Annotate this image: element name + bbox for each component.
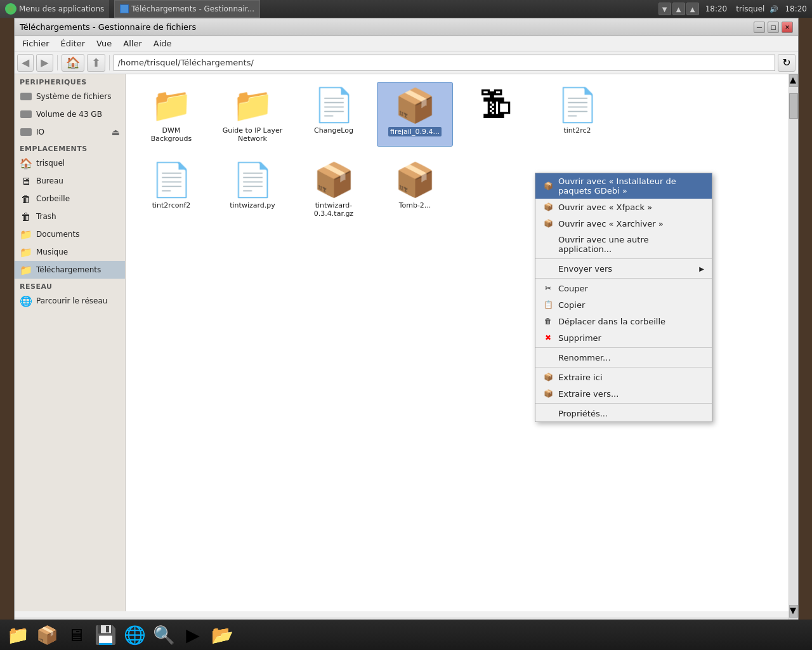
ctx-sep4 (535, 367, 712, 368)
file-item-archive[interactable]: 🗜 (458, 82, 534, 147)
hdd2-icon (20, 110, 32, 118)
ctx-other-icon (543, 239, 553, 249)
dock-folder2-btn[interactable]: 📂 (209, 622, 235, 647)
dock-run-btn[interactable]: ▶ (180, 622, 206, 647)
menu-aller[interactable]: Aller (118, 37, 147, 50)
dock-network-btn[interactable]: 🌐 (122, 622, 147, 647)
sidebar-item-corbeille[interactable]: 🗑 Corbeille (15, 190, 125, 208)
win-minimize-btn[interactable]: — (754, 22, 765, 33)
sidebar-item-io[interactable]: IO ⏏ (15, 123, 125, 141)
ctx-properties-label: Propriétés... (558, 409, 608, 418)
sidebar-item-bureau[interactable]: 🖥 Bureau (15, 172, 125, 190)
ctx-extract-here[interactable]: 📦 Extraire ici (535, 369, 712, 385)
nav-up2-btn[interactable]: ▲ (686, 3, 699, 15)
dock-terminal-btn[interactable]: 🖥 (63, 622, 89, 647)
up-btn[interactable]: 🏠 (62, 54, 84, 72)
fm-title: Téléchargements - Gestionnaire de fichie… (20, 22, 196, 32)
scrollbar-down-btn[interactable]: ▼ (789, 605, 798, 618)
section-header-emplacements: EMPLACEMENTS (15, 141, 125, 154)
ctx-sendto-icon (543, 263, 553, 274)
file-name-tint2rc2: tint2rc2 (564, 126, 591, 135)
ctx-movetrash-label: Déplacer dans la corbeille (558, 317, 665, 326)
file-name-changelog: ChangeLog (314, 126, 353, 135)
window-taskbar-title: Téléchargements - Gestionnair... (131, 4, 254, 13)
menu-fichier[interactable]: Fichier (17, 37, 55, 50)
file-item-tomb[interactable]: 📦 Tomb-2... (377, 157, 453, 222)
folder-icon-dwm: 📁 (151, 86, 192, 124)
window-taskbar-btn[interactable]: Téléchargements - Gestionnair... (114, 0, 260, 18)
ctx-open-xfpack[interactable]: 📦 Ouvrir avec « Xfpack » (535, 199, 712, 215)
fm-scrollbar-right[interactable]: ▲ ▼ (789, 74, 798, 618)
nav-down-btn[interactable]: ▼ (658, 3, 671, 15)
file-manager-window: Téléchargements - Gestionnaire de fichie… (14, 18, 799, 632)
file-item-changelog[interactable]: 📄 ChangeLog (296, 82, 372, 147)
ctx-extracthere-icon: 📦 (543, 372, 553, 382)
file-item-tint2rconf2[interactable]: 📄 tint2rconf2 (133, 157, 209, 222)
ctx-delete[interactable]: ✖ Supprimer (535, 329, 712, 346)
ctx-copy-icon: 📋 (543, 300, 553, 310)
ctx-sep5 (535, 403, 712, 404)
ctx-move-trash[interactable]: 🗑 Déplacer dans la corbeille (535, 313, 712, 329)
ctx-open-gdebi[interactable]: 📦 Ouvrir avec « Installateur de paquets … (535, 173, 712, 199)
file-name-tint2rconf2: tint2rconf2 (152, 201, 191, 209)
file-item-tintwizard-tar[interactable]: 📦 tintwizard-0.3.4.tar.gz (296, 157, 372, 222)
taskbar-top-right: ▼ ▲ ▲ 18:20 trisquel 🔊 18:20 (653, 3, 812, 15)
sidebar-item-musique[interactable]: 📁 Musique (15, 243, 125, 261)
nav-up-btn[interactable]: ▲ (672, 3, 685, 15)
file-name-firejail: firejail_0.9.4... (388, 127, 442, 136)
dock-storage-btn[interactable]: 💾 (93, 622, 118, 647)
sidebar-item-telechargements[interactable]: 📁 Téléchargements (15, 261, 125, 279)
dock-search-btn[interactable]: 🔍 (151, 622, 176, 647)
sidebar-label-musique: Musique (36, 248, 68, 256)
ctx-delete-label: Supprimer (558, 333, 601, 343)
ctx-open-xarchiver[interactable]: 📦 Ouvrir avec « Xarchiver » (535, 215, 712, 232)
file-item-tint2rc2[interactable]: 📄 tint2rc2 (539, 82, 615, 147)
file-item-guide[interactable]: 📁 Guide to IP Layer Network (214, 82, 291, 147)
file-item-dwm[interactable]: 📁 DWM Backgrouds (133, 82, 209, 147)
win-close-btn[interactable]: ✕ (782, 22, 793, 33)
ctx-cut[interactable]: ✂ Couper (535, 280, 712, 296)
scrollbar-up-btn[interactable]: ▲ (789, 74, 798, 87)
menu-vue[interactable]: Vue (91, 37, 117, 50)
sidebar-label-corbeille: Corbeille (36, 194, 70, 203)
app-menu-button[interactable]: Menu des applications (0, 0, 109, 18)
sidebar-item-reseau[interactable]: 🌐 Parcourir le réseau (15, 292, 125, 310)
ctx-copy[interactable]: 📋 Copier (535, 296, 712, 313)
reload-btn[interactable]: ↻ (778, 54, 796, 72)
win-maximize-btn[interactable]: □ (768, 22, 779, 33)
home-icon: 🏠 (20, 157, 32, 169)
ctx-rename[interactable]: Renommer... (535, 349, 712, 366)
sidebar-item-documents[interactable]: 📁 Documents (15, 225, 125, 243)
archive-icon: 🗜 (480, 86, 513, 124)
forward-btn[interactable]: ▶ (36, 54, 53, 72)
sidebar-item-volume43[interactable]: Volume de 43 GB (15, 105, 125, 123)
sidebar-label-trash: Trash (36, 212, 56, 221)
dock-package-btn[interactable]: 📦 (34, 622, 60, 647)
scrollbar-thumb[interactable] (789, 93, 798, 119)
doc-icon-tint2rconf2: 📄 (151, 161, 192, 199)
dock-files-btn[interactable]: 📁 (5, 622, 30, 647)
music-icon: 📁 (20, 246, 32, 258)
sidebar-item-systeme[interactable]: Système de fichiers (15, 88, 125, 105)
menu-aide[interactable]: Aide (148, 37, 177, 50)
location-bar[interactable]: /home/trisquel/Téléchargements/ (114, 55, 775, 71)
fm-toolbar: ◀ ▶ 🏠 ⬆ /home/trisquel/Téléchargements/ … (15, 51, 798, 74)
sidebar-label-io: IO (36, 128, 44, 136)
eject-icon[interactable]: ⏏ (112, 127, 120, 137)
file-name-tintwizard-py: tintwizard.py (230, 201, 275, 209)
hdd3-icon (20, 128, 32, 136)
ctx-properties[interactable]: Propriétés... (535, 405, 712, 421)
sidebar-item-trisquel[interactable]: 🏠 trisquel (15, 154, 125, 172)
ctx-extract-to[interactable]: 📦 Extraire vers... (535, 385, 712, 402)
ctx-sep3 (535, 347, 712, 348)
home-btn[interactable]: ⬆ (87, 54, 105, 72)
sidebar-item-trash[interactable]: 🗑 Trash (15, 208, 125, 225)
ctx-send-to[interactable]: Envoyer vers ▶ (535, 260, 712, 277)
file-item-tintwizard-py[interactable]: 📄 tintwizard.py (214, 157, 291, 222)
sidebar-label-documents: Documents (36, 230, 79, 239)
menu-editer[interactable]: Éditer (56, 37, 91, 50)
ctx-open-other[interactable]: Ouvrir avec une autre application... (535, 232, 712, 257)
doc-icon-changelog: 📄 (313, 86, 355, 124)
file-item-firejail[interactable]: 📦 firejail_0.9.4... (377, 82, 453, 147)
back-btn[interactable]: ◀ (17, 54, 34, 72)
